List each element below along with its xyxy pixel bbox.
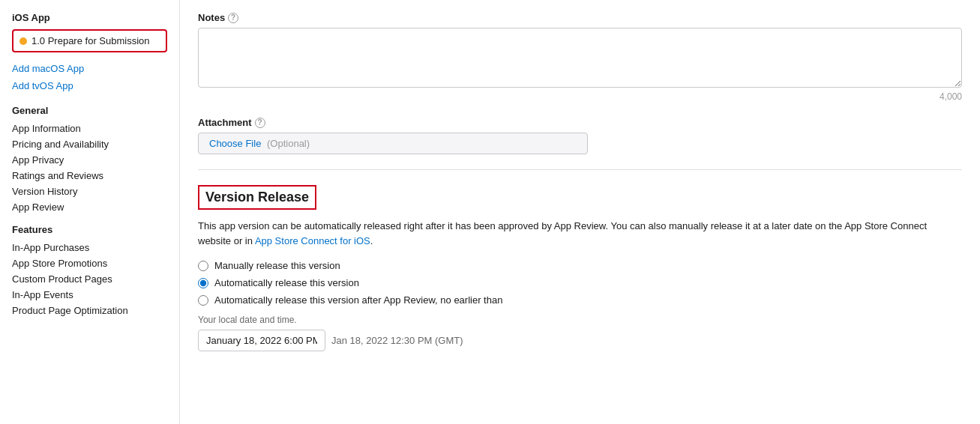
sidebar: iOS App 1.0 Prepare for Submission Add m… bbox=[0, 0, 180, 424]
notes-textarea[interactable] bbox=[198, 28, 962, 88]
selected-version-item[interactable]: 1.0 Prepare for Submission bbox=[12, 29, 167, 52]
gmt-date-display: Jan 18, 2022 12:30 PM (GMT) bbox=[331, 335, 463, 346]
sidebar-item-in-app-purchases[interactable]: In-App Purchases bbox=[12, 240, 179, 255]
sidebar-item-app-privacy[interactable]: App Privacy bbox=[12, 152, 179, 168]
sidebar-item-app-information[interactable]: App Information bbox=[12, 121, 179, 136]
radio-manual-release[interactable]: Manually release this version bbox=[198, 260, 962, 271]
local-date-input[interactable] bbox=[198, 330, 325, 351]
sidebar-item-product-page-optimization[interactable]: Product Page Optimization bbox=[12, 303, 179, 318]
notes-char-count: 4,000 bbox=[198, 91, 962, 102]
choose-file-button[interactable]: Choose File (Optional) bbox=[198, 133, 588, 154]
add-macos-link[interactable]: Add macOS App bbox=[12, 61, 179, 76]
sidebar-item-app-store-promotions[interactable]: App Store Promotions bbox=[12, 255, 179, 271]
notes-help-icon[interactable]: ? bbox=[228, 13, 238, 23]
attachment-help-icon[interactable]: ? bbox=[255, 118, 265, 128]
app-store-connect-ios-link[interactable]: App Store Connect for iOS bbox=[255, 235, 370, 246]
sidebar-item-in-app-events[interactable]: In-App Events bbox=[12, 287, 179, 303]
sidebar-item-custom-product-pages[interactable]: Custom Product Pages bbox=[12, 271, 179, 287]
sidebar-item-ratings-reviews[interactable]: Ratings and Reviews bbox=[12, 168, 179, 184]
radio-scheduled-label: Automatically release this version after… bbox=[214, 294, 502, 306]
date-inputs-row: Jan 18, 2022 12:30 PM (GMT) bbox=[198, 330, 962, 351]
radio-scheduled-release[interactable]: Automatically release this version after… bbox=[198, 294, 962, 306]
notes-label: Notes ? bbox=[198, 12, 962, 23]
main-content: Notes ? 4,000 Attachment ? Choose File (… bbox=[180, 0, 980, 424]
radio-manual-label: Manually release this version bbox=[214, 260, 340, 271]
general-section-title: General bbox=[12, 105, 179, 116]
version-release-section: Version Release This app version can be … bbox=[198, 185, 962, 351]
release-radio-group: Manually release this version Automatica… bbox=[198, 260, 962, 306]
radio-auto-label: Automatically release this version bbox=[214, 277, 359, 288]
radio-auto-release[interactable]: Automatically release this version bbox=[198, 277, 962, 288]
version-release-title: Version Release bbox=[205, 190, 309, 205]
features-section-title: Features bbox=[12, 224, 179, 235]
choose-file-optional-label: (Optional) bbox=[267, 138, 310, 149]
section-divider bbox=[198, 169, 962, 170]
ios-app-title: iOS App bbox=[12, 12, 179, 23]
sidebar-item-pricing-availability[interactable]: Pricing and Availability bbox=[12, 136, 179, 152]
sidebar-item-version-history[interactable]: Version History bbox=[12, 184, 179, 199]
platform-links-group: Add macOS App Add tvOS App bbox=[12, 61, 179, 93]
radio-auto-input[interactable] bbox=[198, 278, 208, 288]
sidebar-item-app-review[interactable]: App Review bbox=[12, 199, 179, 215]
status-dot bbox=[19, 37, 27, 45]
notes-section: Notes ? 4,000 bbox=[198, 12, 962, 102]
version-release-description: This app version can be automatically re… bbox=[198, 219, 962, 248]
selected-version-label: 1.0 Prepare for Submission bbox=[31, 35, 150, 46]
choose-file-link-text: Choose File bbox=[209, 138, 261, 149]
date-hint-text: Your local date and time. bbox=[198, 315, 962, 325]
attachment-section: Attachment ? Choose File (Optional) bbox=[198, 117, 962, 154]
attachment-label: Attachment ? bbox=[198, 117, 962, 128]
version-release-header-box: Version Release bbox=[198, 185, 316, 210]
add-tvos-link[interactable]: Add tvOS App bbox=[12, 79, 179, 93]
radio-manual-input[interactable] bbox=[198, 261, 208, 271]
radio-scheduled-input[interactable] bbox=[198, 295, 208, 306]
